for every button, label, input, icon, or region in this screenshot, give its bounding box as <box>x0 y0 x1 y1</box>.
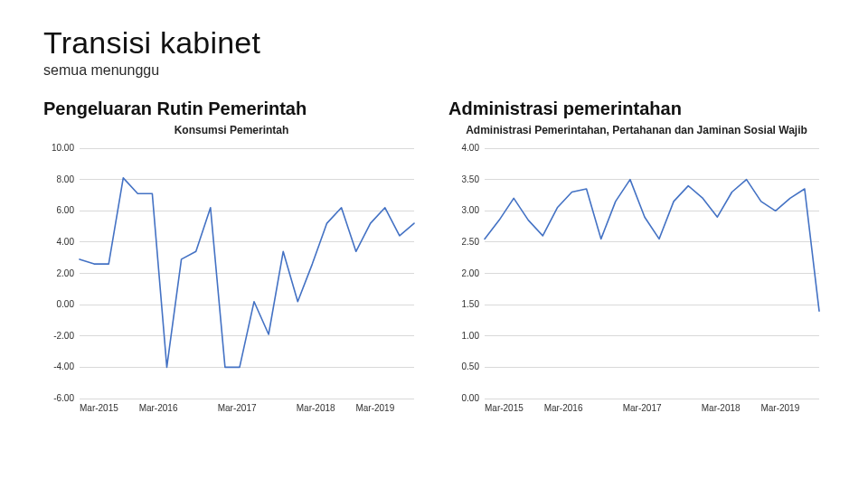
svg-text:Mar-2015: Mar-2015 <box>485 403 524 413</box>
svg-text:3.50: 3.50 <box>462 174 480 183</box>
svg-text:0.00: 0.00 <box>57 299 75 309</box>
svg-text:Mar-2016: Mar-2016 <box>139 403 178 413</box>
right-column: Administrasi pemerintahan Administrasi P… <box>448 99 825 418</box>
svg-text:8.00: 8.00 <box>57 174 75 183</box>
chart-title-left: Konsumsi Pemerintah <box>43 125 420 137</box>
svg-text:Mar-2015: Mar-2015 <box>80 403 118 413</box>
svg-text:Mar-2019: Mar-2019 <box>355 403 394 413</box>
svg-text:0.50: 0.50 <box>462 361 480 371</box>
svg-text:Mar-2018: Mar-2018 <box>297 403 335 413</box>
chart-right: 0.000.501.001.502.002.503.003.504.00Mar-… <box>448 143 825 418</box>
page-subtitle: semua menunggu <box>43 62 825 79</box>
columns: Pengeluaran Rutin Pemerintah Konsumsi Pe… <box>43 99 825 418</box>
section-title-left: Pengeluaran Rutin Pemerintah <box>43 99 420 119</box>
svg-text:-6.00: -6.00 <box>53 393 74 403</box>
chart-title-right: Administrasi Pemerintahan, Pertahanan da… <box>448 125 825 137</box>
svg-text:1.50: 1.50 <box>462 299 480 309</box>
svg-text:2.50: 2.50 <box>462 237 480 247</box>
svg-text:10.00: 10.00 <box>52 143 74 153</box>
section-title-right: Administrasi pemerintahan <box>448 99 825 119</box>
svg-text:4.00: 4.00 <box>462 143 480 153</box>
svg-text:2.00: 2.00 <box>462 267 480 277</box>
page-title: Transisi kabinet <box>43 25 825 61</box>
slide: Transisi kabinet semua menunggu Pengelua… <box>0 0 868 488</box>
chart-left: -6.00-4.00-2.000.002.004.006.008.0010.00… <box>43 143 420 418</box>
svg-text:0.00: 0.00 <box>462 393 480 403</box>
svg-text:1.00: 1.00 <box>462 331 480 341</box>
svg-text:-4.00: -4.00 <box>53 361 74 371</box>
svg-text:Mar-2016: Mar-2016 <box>544 403 583 413</box>
svg-text:4.00: 4.00 <box>57 237 75 247</box>
svg-text:Mar-2018: Mar-2018 <box>702 403 741 413</box>
svg-text:6.00: 6.00 <box>57 205 75 215</box>
svg-text:Mar-2019: Mar-2019 <box>760 403 799 413</box>
svg-text:Mar-2017: Mar-2017 <box>218 403 257 413</box>
svg-text:-2.00: -2.00 <box>53 331 74 341</box>
left-column: Pengeluaran Rutin Pemerintah Konsumsi Pe… <box>43 99 420 418</box>
svg-text:3.00: 3.00 <box>462 205 480 215</box>
svg-text:Mar-2017: Mar-2017 <box>623 403 662 413</box>
svg-text:2.00: 2.00 <box>57 267 75 277</box>
